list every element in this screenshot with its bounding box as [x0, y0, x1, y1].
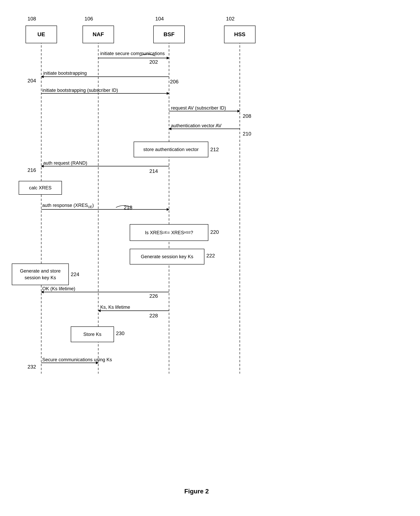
label-msg226: OK (Ks lifetime) [42, 286, 75, 291]
store-ks-box: Store Ks [71, 326, 114, 342]
ref-210: 210 [243, 131, 251, 137]
calc-xres-box: calc XRES [19, 181, 62, 195]
ref-218: 218 [124, 205, 132, 211]
label-msg232: Secure communications using Ks [42, 357, 112, 362]
ref-212: 212 [210, 146, 219, 152]
label-msg210: authentication vector AV [171, 123, 222, 129]
label-msg216: auth request (RAND) [43, 160, 87, 166]
ref-ue: 108 [28, 16, 36, 22]
svg-marker-11 [237, 110, 240, 113]
ref-230: 230 [116, 330, 124, 336]
ref-232: 232 [28, 364, 36, 370]
label-msg206: initiate bootstrapping (subscriber ID) [42, 88, 118, 93]
svg-marker-17 [167, 208, 169, 211]
ref-228: 228 [149, 313, 158, 319]
ref-bsf: 104 [155, 16, 164, 22]
gen-session-key-box: Generate session key Ks [130, 249, 204, 265]
entity-hss: HSS [224, 26, 255, 43]
ref-222: 222 [206, 253, 215, 259]
label-msg208: request AV (subscriber ID) [171, 105, 226, 111]
ref-naf: 106 [84, 16, 93, 22]
gen-store-ks-box: Generate and storesession key Ks [12, 264, 69, 285]
ref-204: 204 [28, 78, 36, 84]
label-msg218: auth response (XRESUE) [42, 203, 94, 209]
ref-206: 206 [170, 79, 179, 85]
ref-214: 214 [149, 168, 158, 174]
entity-ue: UE [26, 26, 57, 43]
ref-220: 220 [210, 229, 219, 235]
store-auth-vector-box: store authentication vector [134, 142, 208, 157]
label-msg228: Ks, Ks lifetime [100, 304, 130, 310]
svg-marker-5 [167, 57, 169, 59]
ref-202: 202 [149, 59, 158, 65]
ref-226: 226 [149, 293, 158, 299]
entity-naf: NAF [82, 26, 114, 43]
xres-check-box: Is XRESUE = XRESHSS? [130, 224, 208, 241]
ref-208: 208 [243, 113, 251, 119]
ref-216: 216 [28, 167, 36, 173]
ref-hss: 102 [226, 16, 234, 22]
label-msg204: initiate bootstrapping [43, 70, 87, 76]
figure-caption: Figure 2 [157, 488, 236, 495]
svg-marker-9 [167, 92, 169, 95]
entity-bsf: BSF [153, 26, 185, 43]
diagram-container: UE NAF BSF HSS 108 106 104 102 initiate … [0, 0, 420, 516]
ref-224: 224 [71, 271, 79, 277]
label-msg202: initiate secure communications [100, 51, 165, 56]
